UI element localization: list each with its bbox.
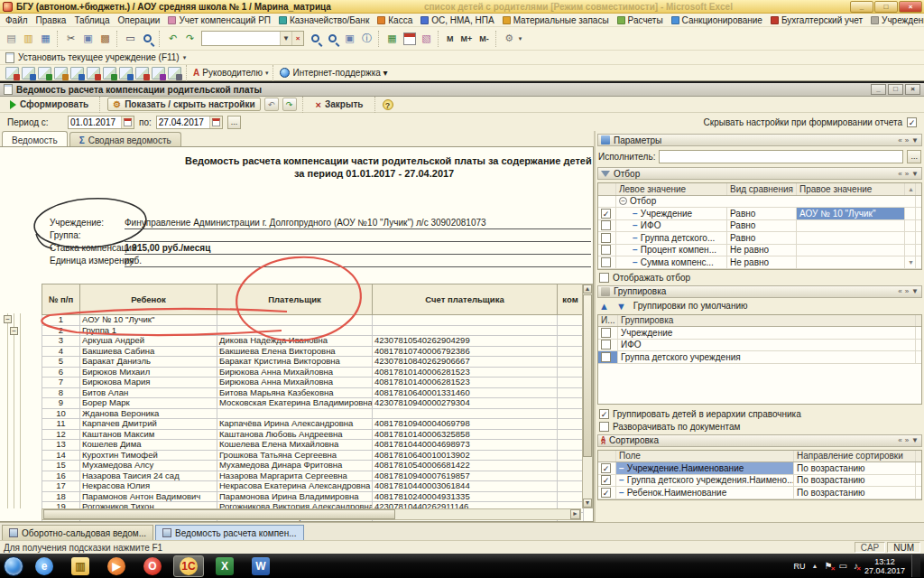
grouping-row[interactable]: ИФО: [598, 340, 921, 352]
menu-item-Материальные запасы[interactable]: Материальные запасы: [503, 15, 609, 25]
grouping-checkbox[interactable]: [601, 352, 611, 362]
filter-row[interactable]: −ИФОРавно: [598, 220, 921, 233]
filter-row[interactable]: −Сумма компенс...Не равно▼: [598, 256, 921, 269]
report-shortcut-icon[interactable]: [5, 67, 19, 79]
section-grouping[interactable]: Группировка «»▼: [597, 285, 922, 298]
table-row[interactable]: 14Курохтин ТимофейГрошкова Татьяна Серге…: [42, 450, 584, 461]
report-shortcut-icon[interactable]: [87, 67, 100, 79]
language-indicator[interactable]: RU: [794, 562, 806, 571]
menu-item-Учет компенсаций РП[interactable]: Учет компенсаций РП: [168, 15, 271, 25]
minimize-button[interactable]: _: [850, 1, 873, 13]
scroll-up-icon[interactable]: ▲: [583, 284, 592, 294]
sorting-row[interactable]: −Группа детского учреждения.Наимено...По…: [598, 475, 921, 488]
tray-expand-icon[interactable]: ▲: [812, 563, 818, 569]
table-row[interactable]: 4Бакшиева СабинаБакшиева Елена Викторовн…: [42, 346, 584, 357]
scroll-down-icon[interactable]: ▼: [583, 499, 592, 508]
filter-value[interactable]: [797, 256, 905, 268]
move-up-icon[interactable]: ▲: [599, 301, 609, 312]
table-row[interactable]: 12Каштанов МаксимКаштанова Любовь Андрее…: [42, 429, 584, 440]
search-clear-icon[interactable]: ×: [291, 32, 303, 45]
menu-item-Расчеты[interactable]: Расчеты: [617, 15, 663, 25]
table-row[interactable]: 2Группа 1: [42, 325, 584, 336]
table-row[interactable]: 13Кошелев ДимаКошелева Елена Михайловна4…: [42, 440, 584, 451]
table-row[interactable]: 3Аркуша АндрейДикова Надежда Ивановна423…: [42, 336, 584, 347]
report-shortcut-icon[interactable]: [135, 67, 149, 79]
grouping-row[interactable]: Группа детского учреждения: [598, 351, 921, 364]
sorting-checkbox[interactable]: [601, 463, 611, 473]
report-shortcut-icon[interactable]: [22, 67, 35, 79]
action-center-icon[interactable]: ⚑: [825, 561, 833, 571]
internet-support-menu[interactable]: Интернет-поддержка ▾: [292, 68, 387, 78]
save-icon[interactable]: ▦: [38, 31, 53, 46]
close-button[interactable]: ×: [899, 1, 922, 13]
expand-icon[interactable]: »: [905, 136, 909, 144]
copy-icon[interactable]: ▣: [80, 31, 96, 46]
find-icon[interactable]: [308, 31, 323, 46]
undo-icon[interactable]: ↶: [165, 31, 180, 46]
help-icon[interactable]: ?: [383, 99, 393, 110]
group-collapse-icon[interactable]: −: [4, 315, 12, 323]
window-tab[interactable]: Ведомость расчета компен...: [155, 525, 303, 540]
cut-icon[interactable]: ✂: [63, 31, 79, 46]
report-shortcut-icon[interactable]: [38, 67, 51, 79]
memory-button-М[interactable]: М: [444, 33, 457, 45]
section-sorting[interactable]: АЯ Сортировка «»▼: [597, 434, 922, 447]
filter-row[interactable]: −УчреждениеРавноАОУ № 10 "Лучик": [598, 208, 921, 220]
scroll-right-icon[interactable]: ►: [570, 509, 580, 519]
filter-checkbox[interactable]: [601, 233, 611, 243]
expand-icon[interactable]: »: [905, 436, 909, 444]
menu-item-Таблица[interactable]: Таблица: [74, 15, 109, 25]
section-parameters[interactable]: Параметры «»▼: [597, 134, 922, 146]
report-shortcut-icon[interactable]: [103, 67, 116, 79]
taskbar-app-wmp[interactable]: ▶: [101, 555, 132, 577]
table-icon[interactable]: ▦: [384, 31, 400, 46]
section-menu-icon[interactable]: ▼: [911, 170, 919, 178]
collapse-minus-icon[interactable]: −: [619, 197, 627, 205]
calendar-icon[interactable]: [402, 31, 417, 46]
toggle-settings-button[interactable]: ⚙ Показать / скрыть настройки: [107, 98, 260, 111]
period-from-input[interactable]: [69, 117, 121, 127]
close-report-button[interactable]: × Закрыть: [310, 98, 369, 112]
filter-group-row[interactable]: −Отбор: [598, 196, 921, 209]
group-collapse-icon[interactable]: −: [10, 327, 18, 335]
manager-menu[interactable]: Руководителю: [202, 68, 263, 78]
taskbar-app-ie[interactable]: e: [29, 555, 60, 577]
table-row[interactable]: 8Битов АланБитова Марьяна Казбековна4081…: [42, 387, 584, 398]
copy2-icon[interactable]: ▣: [342, 31, 357, 46]
memory-button-М+[interactable]: М+: [458, 33, 476, 45]
search-input[interactable]: [202, 33, 280, 44]
service-settings-icon[interactable]: ⚙: [502, 31, 517, 46]
menu-item-ОС, НМА, НПА[interactable]: ОС, НМА, НПА: [420, 15, 494, 25]
show-filter-checkbox[interactable]: [599, 273, 609, 283]
filter-checkbox[interactable]: [601, 257, 611, 267]
users-icon[interactable]: ▧: [419, 31, 434, 46]
period-to-input[interactable]: [157, 117, 209, 127]
redo-icon[interactable]: ↷: [182, 31, 198, 46]
sorting-row[interactable]: −Ребенок.НаименованиеПо возрастанию: [598, 487, 921, 499]
manager-dropdown-icon[interactable]: ▾: [265, 70, 269, 77]
sorting-checkbox[interactable]: [601, 488, 611, 498]
filter-checkbox[interactable]: [601, 245, 611, 255]
new-file-icon[interactable]: ▤: [4, 31, 19, 46]
mdi-restore-button[interactable]: □: [888, 84, 903, 95]
window-tab[interactable]: Оборотно-сальдовая ведом...: [2, 525, 153, 540]
report-shortcut-icon[interactable]: [152, 67, 165, 79]
save-settings-icon[interactable]: ↷: [282, 98, 297, 111]
mdi-minimize-button[interactable]: _: [871, 84, 886, 95]
section-menu-icon[interactable]: ▼: [911, 136, 919, 144]
paste-icon[interactable]: ▩: [97, 31, 113, 46]
taskbar-app-excel[interactable]: X: [209, 555, 240, 577]
institution-dropdown-icon[interactable]: ▾: [183, 54, 187, 61]
report-sheet[interactable]: − − Ведомость расчета компенсации части …: [0, 146, 594, 522]
grouping-checkbox[interactable]: [601, 340, 611, 350]
filter-checkbox[interactable]: [601, 220, 611, 230]
grouping-checkbox[interactable]: [601, 328, 611, 338]
set-institution-button[interactable]: Установить текущее учреждение (F11): [18, 52, 180, 62]
volume-icon[interactable]: ♪: [854, 561, 858, 571]
table-row[interactable]: 6Бирюков МихаилБирюкова Анна Михайловна4…: [42, 367, 584, 378]
filter-row[interactable]: −Группа детского...Равно: [598, 232, 921, 245]
default-groupings-button[interactable]: Группировки по умолчанию: [633, 301, 748, 311]
restore-button[interactable]: □: [874, 1, 898, 13]
taskbar-app-explorer[interactable]: ▥: [65, 555, 96, 577]
menu-item-Учреждение[interactable]: Учреждение: [871, 15, 924, 25]
